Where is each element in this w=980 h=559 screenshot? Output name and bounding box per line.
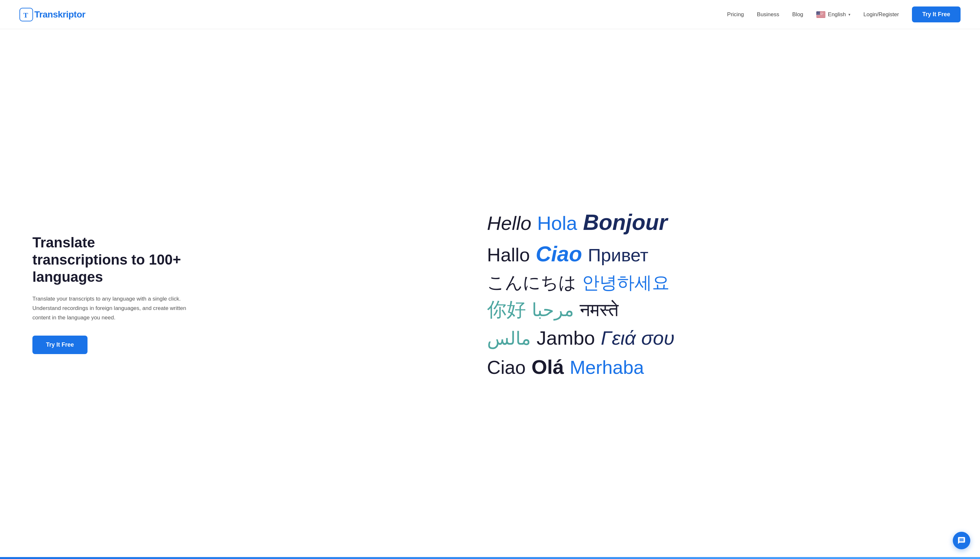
nav-business[interactable]: Business [757,12,779,18]
lang-row-1: Hello Hola Bonjour [487,207,675,238]
word-privet: Привет [588,243,648,268]
language-label: English [828,12,846,18]
lang-row-5: مالس Jambo Γειά σου [487,324,675,352]
svg-text:T: T [23,11,28,19]
flag-icon: ★ ★ ★ ★ ★ ★ ★ ★ ★ ★ ★ ★ ★ ★ ★ ★ ★ ★ ★ ★ … [816,12,825,18]
logo-text: Transkriptor [35,9,85,20]
navbar: T Transkriptor Pricing Business Blog ★ ★… [0,0,980,29]
chat-bubble[interactable] [953,532,970,549]
svg-rect-8 [816,17,825,17]
login-register-link[interactable]: Login/Register [863,12,899,18]
hero-right: Hello Hola Bonjour Hallo Ciao Привет こんに… [201,200,960,388]
word-arabic: مرحبا [532,297,574,322]
word-hola: Hola [537,210,577,237]
language-cloud: Hello Hola Bonjour Hallo Ciao Привет こんに… [487,207,675,381]
word-merhaba: Merhaba [570,354,644,380]
word-japanese: こんにちは [487,270,576,295]
word-arabic2: مالس [487,326,531,351]
try-it-free-button-nav[interactable]: Try It Free [912,7,960,22]
lang-row-6: Ciao Olá Merhaba [487,353,675,381]
word-bonjour: Bonjour [583,207,668,238]
hero-description: Translate your transcripts to any langua… [32,294,188,322]
lang-row-2: Hallo Ciao Привет [487,239,675,269]
lang-row-4: 你好 مرحبا नमस्ते [487,296,675,323]
word-jambo: Jambo [537,324,595,352]
word-hello: Hello [487,210,531,237]
svg-text:★ ★ ★ ★ ★: ★ ★ ★ ★ ★ [817,13,823,15]
word-ola: Olá [531,353,564,381]
nav-links: Pricing Business Blog ★ ★ ★ ★ ★ ★ ★ ★ ★ … [727,7,960,22]
try-it-free-button-hero[interactable]: Try It Free [32,336,87,354]
word-ciao-italian: Ciao [536,239,582,269]
word-hallo: Hallo [487,241,530,268]
svg-rect-7 [816,16,825,16]
word-hindi: नमस्ते [580,297,619,322]
word-korean: 안녕하세요 [582,270,670,295]
lang-row-3: こんにちは 안녕하세요 [487,270,675,295]
word-ciao2: Ciao [487,354,526,380]
logo[interactable]: T Transkriptor [20,8,85,22]
language-selector[interactable]: ★ ★ ★ ★ ★ ★ ★ ★ ★ ★ ★ ★ ★ ★ ★ ★ ★ ★ ★ ★ … [816,12,851,18]
bottom-bar [0,557,980,559]
hero-title: Translate transcriptions to 100+ languag… [32,234,188,285]
word-greek: Γειά σου [601,324,675,352]
chat-icon [957,536,966,545]
hero-section: Translate transcriptions to 100+ languag… [0,29,980,559]
nav-blog[interactable]: Blog [792,12,803,18]
word-chinese: 你好 [487,296,526,323]
chevron-down-icon: ▾ [848,12,850,17]
nav-pricing[interactable]: Pricing [727,12,744,18]
hero-left: Translate transcriptions to 100+ languag… [32,234,201,354]
